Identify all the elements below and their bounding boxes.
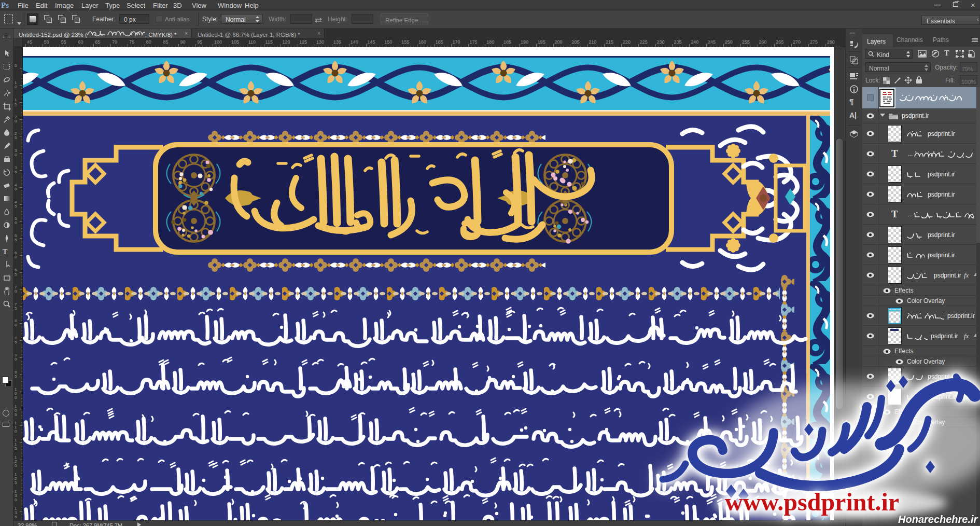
- svg-text:Honarechehre.ir: Honarechehre.ir: [898, 514, 978, 525]
- svg-text:www.psdprint.ir: www.psdprint.ir: [725, 488, 899, 516]
